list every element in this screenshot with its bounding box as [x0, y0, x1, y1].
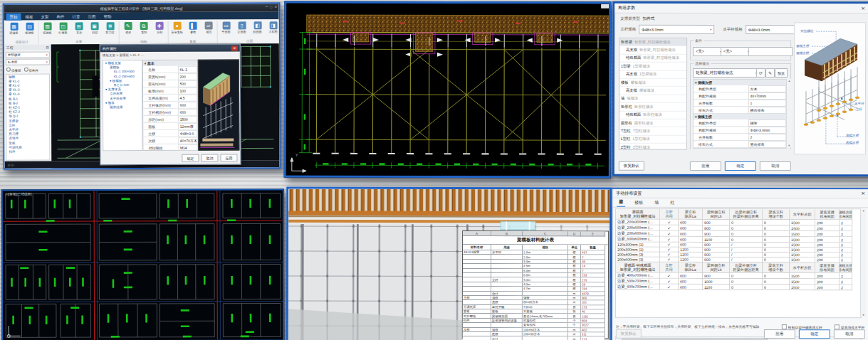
method-list-item[interactable]: 高支模矩形梁_对拉螺栓做法 [619, 46, 686, 55]
ribbon-button[interactable]: ◫柱模板 [56, 21, 70, 34]
ribbon-tab[interactable]: 构件 [53, 13, 68, 20]
property-value[interactable]: 600 [178, 109, 198, 116]
maximize-button[interactable]: □ [270, 4, 272, 9]
ribbon-button[interactable]: ▭平面图 [219, 21, 234, 33]
ribbon-tab[interactable]: 支架 [38, 14, 53, 21]
viewport-label[interactable]: [-][俯视][二维线框] [6, 192, 32, 196]
apply-button[interactable]: 应用 [764, 329, 795, 339]
property-value[interactable]: 500 [177, 80, 197, 87]
minimize-button[interactable]: ─ [266, 4, 268, 9]
close-icon[interactable]: ✕ [231, 46, 238, 51]
refresh-icon[interactable]: ⟳ [756, 68, 765, 78]
component-tree[interactable]: 轴网梁 KL-1梁 KL-2梁 KL-3梁 KL-4板 B-1板 B-2柱 KZ… [6, 73, 51, 160]
ribbon-button[interactable]: ▱规范 [202, 21, 216, 34]
command-prompt[interactable]: 命令: [7, 163, 14, 166]
property-value[interactable]: Φ48×3.0 [178, 130, 198, 137]
ribbon-button[interactable]: ▦梁模板 [7, 22, 21, 35]
close-button[interactable]: ✕ [274, 4, 277, 9]
ribbon-button[interactable]: ⧉复制 [137, 21, 151, 34]
preview-button[interactable]: 预览 [775, 68, 788, 78]
material-statistics-table[interactable]: ABCDE 梁模板材料统计表 材料名称用途规格单位数量 48×3.5钢管水平杆1… [462, 230, 609, 339]
method-list-item[interactable]: 高支模楼板做法 [619, 87, 686, 95]
property-value[interactable]: 40×70mm [748, 92, 786, 100]
property-value[interactable]: 2 [748, 134, 785, 141]
ribbon-button[interactable]: ◨大样图 [266, 21, 281, 33]
type-filter-select[interactable]: 标准层▾ [6, 59, 50, 65]
ribbon-button[interactable]: ✚识别 [152, 21, 167, 34]
method-list-item[interactable]: 特殊截面矩形梁_对拉螺栓做法 [619, 54, 686, 63]
property-value[interactable]: 40×70方木 [178, 137, 198, 144]
method-list-item[interactable]: 矩形柱矩形柱做法 [619, 103, 686, 112]
ribbon-button[interactable]: ▣斜撑 [88, 21, 102, 34]
category-tab[interactable]: 柱 [668, 199, 676, 207]
ok-button[interactable]: 确定 [725, 161, 756, 171]
condition-value-input[interactable] [748, 47, 793, 56]
property-value[interactable]: 方木 [748, 85, 786, 92]
ribbon-button[interactable]: ▌参数 [186, 21, 200, 34]
method-list-item[interactable]: 墙墙做法 [619, 95, 686, 103]
apply-button[interactable]: 应用 [690, 161, 721, 171]
tree-node[interactable]: 验算结果 [103, 105, 142, 110]
category-tab[interactable]: 楼板 [632, 199, 645, 207]
method-list-item[interactable]: L型柱L型柱做法 [619, 135, 686, 144]
elevation-cad-view[interactable]: Y [286, 3, 610, 176]
beam-table-body[interactable]: 边梁_200x300mm (…✔6009000015002002边梁_200x5… [616, 220, 861, 263]
property-value[interactable]: 600 [178, 102, 198, 109]
ribbon-button[interactable]: ⊞支架 [72, 21, 86, 34]
property-section[interactable]: ▾ 侧模主楞 [694, 114, 786, 119]
pole-spec-select[interactable]: Φ48×3.0mm▾ [639, 25, 714, 34]
restore-default-button[interactable]: 恢复默认 [619, 161, 644, 171]
property-value[interactable]: 竖向排布 [748, 141, 785, 148]
ribbon-button[interactable]: ▤板模板 [23, 22, 37, 35]
property-value[interactable]: 200 [177, 73, 197, 80]
ribbon-button[interactable]: ●安全复核 [170, 21, 184, 34]
property-value[interactable]: 100 [178, 87, 198, 95]
method-list-item[interactable]: T型柱T型柱做法 [619, 127, 686, 136]
dialog-3d-preview[interactable] [198, 59, 240, 150]
property-value[interactable]: 1 [748, 100, 786, 107]
ribbon-button[interactable]: ▯立面图 [235, 21, 249, 33]
method-list-item[interactable]: 1型梁1型梁做法 [619, 63, 686, 71]
close-icon[interactable]: ✕ [861, 191, 865, 196]
filter-radios[interactable]: 按楼层 按构件 [4, 66, 51, 73]
dialog-tree[interactable]: ▾ 模板支架梁模板KL-1 200×500KL-2 250×600▾ 板模板B-… [103, 60, 143, 151]
method-list-item[interactable]: 楼板楼板做法 [619, 79, 686, 87]
cancel-button[interactable]: 取消 [201, 154, 218, 162]
edit-icon[interactable]: ✎ [765, 68, 775, 78]
restore-default-button[interactable]: 恢复默认 [616, 329, 642, 339]
method-list-item[interactable]: Z型柱Z型柱做法 [619, 144, 686, 150]
ribbon-tab[interactable]: 模板 [22, 14, 37, 21]
condition-select-2[interactable]: <无>▾ [721, 47, 752, 56]
property-value[interactable]: M14 [178, 144, 198, 151]
table-vertical-scrollbar[interactable]: ▲▼ [860, 208, 866, 317]
ribbon-button[interactable]: ✎修改 [121, 21, 135, 34]
construct-property-grid[interactable]: ▾ 侧模次楞构配件类型方木构配件规格40×70mm合并根数1排布方式横向排布▾ … [693, 79, 787, 149]
category-tab[interactable]: 梁 [617, 198, 625, 207]
special-table-body[interactable]: 边梁_400x700mm (…✔6009000015002002边梁_500x7… [616, 273, 861, 291]
property-value[interactable]: Φ48×3.0mm [748, 127, 785, 134]
ribbon-tab[interactable]: 帮助 [100, 13, 115, 20]
cancel-button[interactable]: 取消 [760, 161, 791, 171]
category-tab[interactable]: 墙 [652, 199, 661, 207]
method-list-item[interactable]: 矩形梁矩形梁_对拉螺栓做法 [619, 38, 686, 47]
property-value[interactable]: 钢管 [748, 119, 786, 127]
ribbon-button[interactable]: ◧剖面图 [251, 21, 265, 33]
close-icon[interactable]: ✕ [861, 6, 865, 11]
property-value[interactable]: KL-1 [177, 66, 197, 73]
method-list-item[interactable]: 高支模1型梁做法 [619, 70, 686, 79]
property-section[interactable]: ▾ 侧模次楞 [694, 80, 786, 85]
layout-table-area[interactable]: 梁截面矩形梁_对拉螺栓做法立杆共用梁立杆纵距La梁两侧立杆间距Lb边梁外侧立杆距… [615, 208, 862, 319]
method-select[interactable]: 矩形梁_对拉螺栓做法▾ [693, 68, 760, 78]
ribbon-tab[interactable]: 出图 [85, 13, 100, 20]
category-tabs[interactable]: 梁楼板墙柱 [612, 198, 868, 208]
method-list-item[interactable]: 圆形柱圆形柱做法 [619, 119, 686, 128]
property-scrollbar[interactable]: ▲▼ [786, 79, 792, 147]
property-value[interactable]: 12mm厚 [178, 123, 198, 130]
ok-button[interactable]: 确定 [799, 329, 830, 339]
apply-button[interactable]: 应用 [220, 154, 237, 161]
pin-icon[interactable]: ⊟ [46, 46, 49, 50]
ribbon-tab[interactable]: 开始 [6, 14, 21, 21]
dialog-property-grid[interactable]: ▾ 基本名称KL-1梁宽b(mm)200梁高h(mm)500板厚(mm)100支… [142, 60, 199, 151]
floor-filter-select[interactable]: 全部楼层▾ [6, 51, 50, 58]
property-value[interactable]: 横向排布 [748, 107, 786, 114]
